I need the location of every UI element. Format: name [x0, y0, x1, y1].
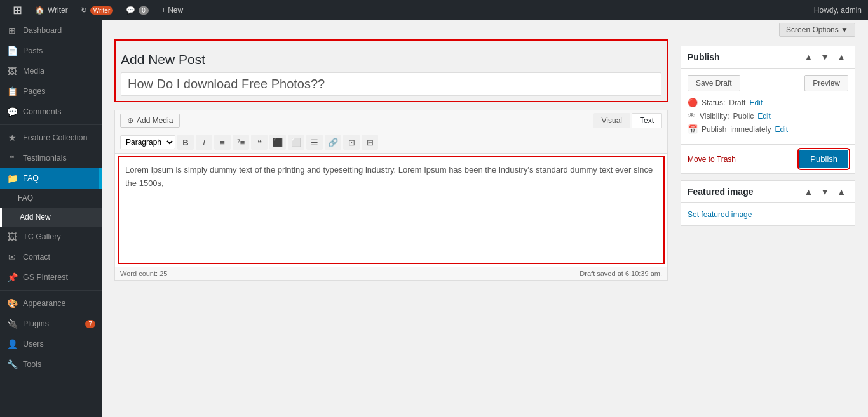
publish-panel: Publish ▲ ▼ ▲ Save Draft: [681, 46, 855, 174]
featured-image-title: Featured image: [688, 187, 753, 197]
publish-panel-collapse-down[interactable]: ▼: [818, 51, 832, 63]
plugins-icon: 🔌: [6, 319, 18, 329]
save-draft-button[interactable]: Save Draft: [688, 75, 740, 91]
sidebar-item-faq-sub[interactable]: FAQ: [0, 189, 102, 208]
visibility-icon: 👁: [688, 111, 696, 121]
sidebar-item-comments[interactable]: 💬 Comments: [0, 102, 102, 122]
editor-content-area[interactable]: Lorem Ipsum is simply dummy text of the …: [118, 156, 665, 264]
save-draft-label: Save Draft: [696, 79, 732, 88]
comments-item[interactable]: 💬 0: [119, 0, 155, 20]
sidebar-item-label: Appearance: [23, 299, 65, 308]
sidebar-item-tc-gallery[interactable]: 🖼 TC Gallery: [0, 227, 102, 247]
page-body: Add New Post ⊕ Add Media Visual: [102, 39, 868, 417]
sidebar-item-label: FAQ: [23, 174, 39, 183]
bold-button[interactable]: B: [177, 135, 194, 150]
tab-text[interactable]: Text: [632, 113, 662, 128]
add-media-label: Add Media: [137, 116, 173, 125]
sidebar-item-plugins[interactable]: 🔌 Plugins 7: [0, 314, 102, 334]
publish-actions: Save Draft Preview: [688, 75, 848, 91]
admin-bar: ⊞ 🏠 Writer ↻ Writer 💬 0 + New Howdy, adm…: [0, 0, 868, 20]
sidebar-item-label: Contact: [23, 253, 50, 261]
sidebar-item-faq[interactable]: 📁 FAQ: [0, 168, 102, 189]
unordered-list-button[interactable]: ≡: [214, 135, 231, 150]
editor-column: Add New Post ⊕ Add Media Visual: [114, 39, 668, 404]
featured-panel-collapse-up[interactable]: ▲: [801, 186, 815, 197]
sidebar-item-contact[interactable]: ✉ Contact: [0, 247, 102, 267]
publish-time-edit-link[interactable]: Edit: [775, 125, 788, 134]
new-content-item[interactable]: + New: [155, 0, 189, 20]
publish-panel-header: Publish ▲ ▼ ▲: [681, 46, 855, 69]
sidebar-item-tools[interactable]: 🔧 Tools: [0, 354, 102, 374]
kitchen-sink-button[interactable]: ⊞: [362, 135, 378, 150]
set-featured-image-link[interactable]: Set featured image: [688, 210, 752, 219]
publish-time-row: 📅 Publish immediately Edit: [688, 124, 848, 134]
sidebar-item-users[interactable]: 👤 Users: [0, 334, 102, 354]
sidebar-item-label: GS Pinterest: [23, 273, 68, 282]
sidebar-item-posts[interactable]: 📄 Posts: [0, 41, 102, 61]
align-right-button[interactable]: ☰: [306, 135, 323, 150]
visibility-label: Visibility:: [700, 112, 729, 121]
tools-icon: 🔧: [6, 359, 18, 369]
status-row: 🔴 Status: Draft Edit: [688, 98, 848, 107]
move-to-trash-link[interactable]: Move to Trash: [688, 155, 736, 164]
sidebar-item-appearance[interactable]: 🎨 Appearance: [0, 293, 102, 314]
pages-icon: 📋: [6, 86, 18, 96]
site-name-item[interactable]: 🏠 Writer: [29, 0, 74, 20]
visibility-edit-link[interactable]: Edit: [757, 112, 771, 121]
post-title-input[interactable]: [121, 72, 661, 96]
wp-logo-item[interactable]: ⊞: [6, 0, 29, 20]
tc-gallery-icon: 🖼: [6, 232, 18, 242]
sidebar-item-label: Posts: [23, 46, 43, 55]
tab-visual[interactable]: Visual: [593, 113, 630, 128]
featured-image-panel: Featured image ▲ ▼ ▲ Set featured image: [681, 180, 855, 226]
sidebar-item-testimonials[interactable]: ❝ Testimonials: [0, 148, 102, 168]
feature-collection-icon: ★: [6, 133, 18, 143]
featured-image-panel-header: Featured image ▲ ▼ ▲: [681, 181, 855, 203]
sidebar-item-label: Testimonials: [23, 154, 67, 162]
featured-image-controls: ▲ ▼ ▲: [801, 186, 848, 197]
publish-button[interactable]: Publish: [799, 150, 848, 168]
plugins-badge: 7: [85, 320, 95, 328]
updates-item[interactable]: ↻ Writer: [74, 0, 119, 20]
screen-options-bar: Screen Options ▼: [102, 20, 868, 39]
sidebar-panels: Publish ▲ ▼ ▲ Save Draft: [681, 39, 855, 404]
comments-icon: 💬: [126, 6, 135, 15]
sidebar-item-gs-pinterest[interactable]: 📌 GS Pinterest: [0, 267, 102, 288]
align-left-button[interactable]: ⬛: [269, 135, 286, 150]
sidebar-item-media[interactable]: 🖼 Media: [0, 61, 102, 81]
editor-media-bar: ⊕ Add Media Visual Text: [115, 110, 667, 131]
publish-time-value: immediately: [730, 125, 771, 134]
publish-button-label: Publish: [810, 154, 837, 164]
more-button[interactable]: ⊡: [343, 135, 360, 150]
link-button[interactable]: 🔗: [325, 135, 341, 150]
publish-panel-collapse-up[interactable]: ▲: [801, 51, 815, 63]
publish-panel-close[interactable]: ▲: [834, 51, 848, 63]
add-media-button[interactable]: ⊕ Add Media: [120, 114, 180, 128]
align-center-button[interactable]: ⬜: [288, 135, 304, 150]
ordered-list-button[interactable]: ⁷≡: [233, 135, 249, 150]
sidebar-item-add-new[interactable]: Add New: [0, 208, 102, 227]
page-title: Add New Post: [121, 52, 661, 67]
status-edit-link[interactable]: Edit: [749, 98, 763, 107]
preview-button[interactable]: Preview: [804, 75, 848, 91]
sidebar-item-pages[interactable]: 📋 Pages: [0, 81, 102, 102]
sidebar-item-dashboard[interactable]: ⊞ Dashboard: [0, 20, 102, 41]
sidebar-item-label: Users: [23, 340, 44, 348]
appearance-icon: 🎨: [6, 298, 18, 308]
sidebar-item-label: Tools: [23, 360, 41, 369]
format-select[interactable]: Paragraph Heading 1 Heading 2 Heading 3: [120, 135, 175, 149]
editor-footer: Word count: 25 Draft saved at 6:10:39 am…: [115, 267, 667, 280]
tab-text-label: Text: [640, 116, 654, 125]
sidebar-item-label: Plugins: [23, 319, 49, 328]
publish-panel-footer: Move to Trash Publish: [681, 144, 855, 173]
featured-image-panel-body: Set featured image: [681, 203, 855, 225]
blockquote-button[interactable]: ❝: [251, 135, 268, 150]
sidebar-item-feature-collection[interactable]: ★ Feature Collection: [0, 128, 102, 148]
visibility-row: 👁 Visibility: Public Edit: [688, 111, 848, 121]
featured-panel-close[interactable]: ▲: [834, 186, 848, 197]
screen-options-button[interactable]: Screen Options ▼: [779, 23, 855, 37]
italic-button[interactable]: I: [196, 135, 212, 150]
featured-panel-collapse-down[interactable]: ▼: [818, 186, 832, 197]
sidebar-item-label: Feature Collection: [23, 133, 87, 142]
preview-label: Preview: [813, 79, 840, 88]
